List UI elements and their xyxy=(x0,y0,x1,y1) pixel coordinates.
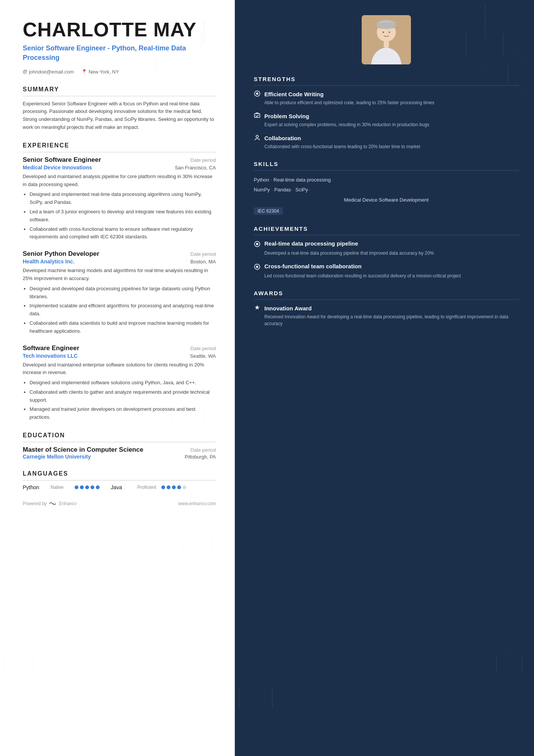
svg-point-12 xyxy=(256,243,258,245)
skills-row-4: IEC 62304 xyxy=(254,205,519,215)
awards-title: AWARDS xyxy=(254,290,519,300)
skill-sep: · xyxy=(270,175,272,185)
skill-numpy: NumPy xyxy=(254,185,270,195)
strength-header-3: Collaboration xyxy=(254,134,519,142)
exp-date-2: Date period xyxy=(190,251,216,257)
svg-point-8 xyxy=(256,92,258,95)
exp-desc-1: Developed and maintained analysis pipeli… xyxy=(23,173,216,189)
experience-section: EXPERIENCE Senior Software Engineer Date… xyxy=(23,142,216,421)
strength-name-2: Problem Solving xyxy=(264,113,309,119)
summary-section: SUMMARY Experienced Senior Software Engi… xyxy=(23,86,216,131)
location-icon: 📍 xyxy=(81,69,87,74)
exp-job-title-2: Senior Python Developer xyxy=(23,250,99,258)
footer-website: www.enhancv.com xyxy=(178,501,216,506)
exp-company-3: Tech Innovations LLC xyxy=(23,353,78,359)
skill-scipy: SciPy xyxy=(295,185,308,195)
svg-rect-3 xyxy=(377,23,396,28)
award-name-1: Innovation Award xyxy=(264,305,312,311)
code-writing-icon xyxy=(254,90,261,98)
achievement-icon-1 xyxy=(254,241,261,248)
exp-bullet-2-1: Designed and developed data processing p… xyxy=(30,285,216,301)
lang-item-python: Python xyxy=(23,484,39,490)
achievements-section: ACHIEVEMENTS Real-time data processing p… xyxy=(254,225,519,279)
exp-date-3: Date period xyxy=(190,346,216,351)
achievements-title: ACHIEVEMENTS xyxy=(254,225,519,235)
exp-location-1: San Francisco, CA xyxy=(175,165,216,171)
award-header-1: Innovation Award xyxy=(254,304,519,312)
skills-title: SKILLS xyxy=(254,161,519,171)
avatar xyxy=(362,15,411,64)
exp-bullets-1: Designed and implemented real-time data … xyxy=(23,191,216,241)
edu-date-1: Date period xyxy=(190,447,216,453)
edu-header-1: Master of Science in Computer Science Da… xyxy=(23,446,216,454)
exp-bullet-3-1: Designed and implemented software soluti… xyxy=(30,379,216,387)
skill-sep: · xyxy=(292,185,294,195)
skills-section: SKILLS Python · Real-time data processin… xyxy=(254,161,519,215)
lang-name-python: Python xyxy=(23,484,39,490)
strength-name-3: Collaboration xyxy=(264,135,301,141)
education-section: EDUCATION Master of Science in Computer … xyxy=(23,432,216,460)
edu-school-1: Carnegie Mellon University xyxy=(23,454,91,460)
exp-bullet-1-1: Designed and implemented real-time data … xyxy=(30,191,216,207)
dot xyxy=(172,485,176,489)
exp-company-row-1: Medical Device Innovations San Francisco… xyxy=(23,164,216,171)
exp-bullet-3-3: Managed and trained junior developers on… xyxy=(30,405,216,421)
exp-bullet-2-3: Collaborated with data scientists to bui… xyxy=(30,319,216,335)
exp-company-row-2: Health Analytics Inc. Boston, MA xyxy=(23,258,216,265)
exp-desc-3: Developed and maintained enterprise soft… xyxy=(23,361,216,377)
edu-item-1: Master of Science in Computer Science Da… xyxy=(23,446,216,460)
edu-degree-1: Master of Science in Computer Science xyxy=(23,446,143,454)
edu-location-1: Pittsburgh, PA xyxy=(185,454,216,460)
lang-item-java: Java xyxy=(111,484,126,490)
header-section: CHARLOTTE MAY Senior Software Engineer -… xyxy=(23,19,216,75)
lang-level-java: Proficient xyxy=(137,485,186,490)
skill-sep: · xyxy=(309,185,311,195)
brand-name: Enhancv xyxy=(59,501,77,506)
languages-section: LANGUAGES Python Native xyxy=(23,470,216,490)
dot xyxy=(85,485,89,489)
achievement-desc-1: Developed a real-time data processing pi… xyxy=(254,250,519,257)
exp-bullet-2-2: Implemented scalable and efficient algor… xyxy=(30,302,216,318)
skill-realtime: Real-time data processing xyxy=(273,175,331,185)
lang-level-python: Native xyxy=(51,485,100,490)
footer: Powered by Enhancv www.enhancv.com xyxy=(23,501,216,506)
strength-item-1: Efficient Code Writing Able to produce e… xyxy=(254,90,519,106)
strength-item-2: Problem Solving Expert at solving comple… xyxy=(254,112,519,128)
dot xyxy=(80,485,84,489)
svg-rect-4 xyxy=(384,41,389,48)
achievement-item-2: Cross-functional team collaboration Led … xyxy=(254,263,519,279)
dot-empty xyxy=(183,485,186,489)
exp-bullets-2: Designed and developed data processing p… xyxy=(23,285,216,335)
collaboration-icon xyxy=(254,134,261,142)
enhancv-logo-icon xyxy=(49,501,56,506)
svg-point-10 xyxy=(256,135,258,138)
strengths-title: STRENGTHS xyxy=(254,76,519,86)
strength-name-1: Efficient Code Writing xyxy=(264,91,323,97)
exp-location-3: Seattle, WA xyxy=(190,353,216,359)
skill-pandas: Pandas xyxy=(274,185,291,195)
exp-header-3: Software Engineer Date period xyxy=(23,344,216,352)
svg-rect-9 xyxy=(255,114,260,117)
dot xyxy=(167,485,170,489)
skills-row-3: Medical Device Software Development xyxy=(254,197,519,203)
resume-wrapper: CHARLOTTE MAY Senior Software Engineer -… xyxy=(0,0,534,756)
skills-row-2: NumPy · Pandas · SciPy · xyxy=(254,185,519,195)
skill-python: Python xyxy=(254,175,269,185)
summary-text: Experienced Senior Software Engineer wit… xyxy=(23,100,216,131)
languages-grid: Python Native Java xyxy=(23,484,216,490)
skill-sep: · xyxy=(272,185,273,195)
avatar-wrap xyxy=(254,15,519,64)
exp-company-1: Medical Device Innovations xyxy=(23,164,92,171)
strength-desc-3: Collaborated with cross-functional teams… xyxy=(254,143,519,150)
exp-item-1: Senior Software Engineer Date period Med… xyxy=(23,156,216,241)
award-icon-1 xyxy=(254,304,261,312)
exp-bullet-1-2: Led a team of 3 junior engineers to deve… xyxy=(30,208,216,224)
summary-title: SUMMARY xyxy=(23,86,216,96)
exp-item-2: Senior Python Developer Date period Heal… xyxy=(23,250,216,335)
location-contact: 📍 New York, NY xyxy=(81,69,119,75)
achievement-name-1: Real-time data processing pipeline xyxy=(264,240,358,247)
lang-dots-python xyxy=(75,485,100,489)
exp-header-1: Senior Software Engineer Date period xyxy=(23,156,216,164)
skills-block: Python · Real-time data processing · Num… xyxy=(254,175,519,215)
strength-desc-2: Expert at solving complex problems, resu… xyxy=(254,121,519,128)
